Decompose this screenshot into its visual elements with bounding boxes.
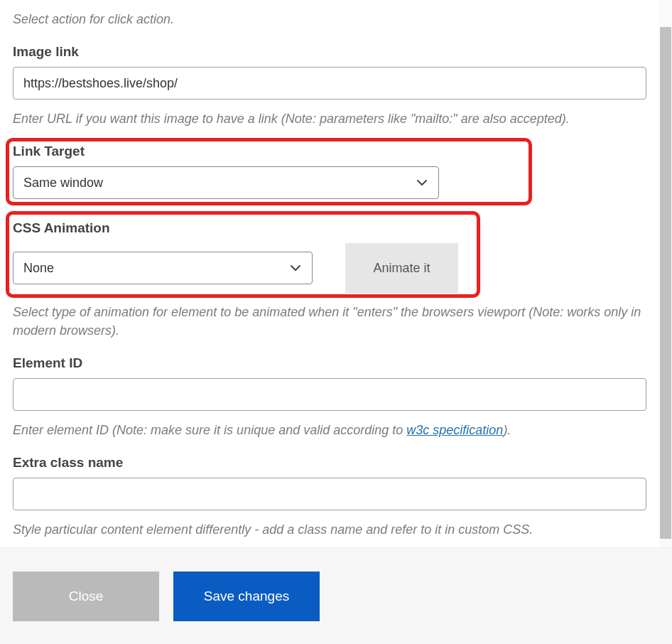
extra-class-help: Style particular content element differe…: [13, 520, 646, 539]
click-action-help: Select action for click action.: [13, 10, 646, 28]
scrollbar-thumb[interactable]: [660, 27, 671, 539]
image-link-help: Enter URL if you want this image to have…: [13, 109, 646, 128]
close-button[interactable]: Close: [13, 571, 159, 621]
css-animation-select[interactable]: None: [13, 252, 313, 284]
css-animation-label: CSS Animation: [13, 220, 646, 236]
css-animation-row: None Animate it: [13, 243, 646, 293]
image-link-label: Image link: [13, 44, 646, 60]
link-target-value: Same window: [23, 176, 103, 190]
extra-class-input[interactable]: [13, 478, 646, 510]
link-target-label: Link Target: [13, 144, 646, 159]
settings-content: Select action for click action. Image li…: [0, 0, 659, 547]
link-target-select[interactable]: Same window: [13, 166, 439, 199]
css-animation-value: None: [23, 261, 54, 276]
settings-panel: Select action for click action. Image li…: [0, 0, 672, 644]
dialog-footer: Close Save changes: [0, 547, 672, 644]
animate-it-button[interactable]: Animate it: [345, 243, 458, 293]
extra-class-label: Extra class name: [13, 455, 646, 471]
element-id-help-pre: Enter element ID (Note: make sure it is …: [13, 423, 406, 437]
element-id-help-post: ).: [503, 423, 511, 437]
element-id-label: Element ID: [13, 355, 646, 371]
element-id-help: Enter element ID (Note: make sure it is …: [13, 421, 646, 439]
css-animation-help: Select type of animation for element to …: [13, 303, 646, 340]
save-changes-button[interactable]: Save changes: [173, 571, 320, 621]
w3c-spec-link[interactable]: w3c specification: [406, 423, 503, 437]
element-id-input[interactable]: [13, 378, 646, 411]
image-link-input[interactable]: [13, 67, 646, 100]
scrollbar-track[interactable]: [659, 0, 672, 547]
